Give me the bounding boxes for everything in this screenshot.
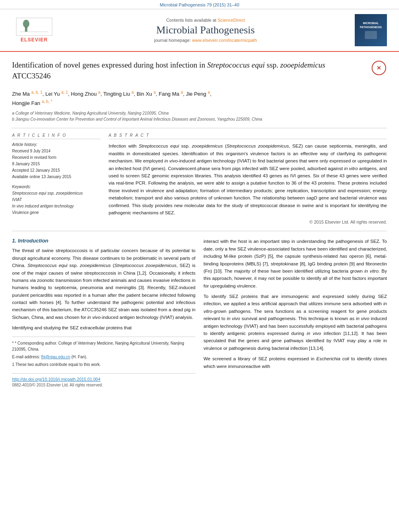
crossmark-badge[interactable]: ✕ <box>371 60 387 76</box>
issn-line: 0882-4010/© 2015 Elsevier Ltd. All right… <box>12 383 195 387</box>
journal-center: Contents lists available at ScienceDirec… <box>56 18 355 43</box>
keyword-4: Virulence gene <box>12 210 101 216</box>
history-title: Article history: <box>12 142 101 147</box>
microbial-pathogenesis-logo: MICROBIALPATHOGENESIS <box>355 14 387 46</box>
svg-rect-2 <box>25 27 27 32</box>
crossmark-icon: ✕ <box>372 61 386 75</box>
article-title-section: Identification of novel genes expressed … <box>12 60 387 84</box>
affiliation-b: b Jiangsu Co-innovation Center for Preve… <box>12 116 387 122</box>
section-divider <box>12 231 387 231</box>
affiliation-a: a College of Veterinary Medicine, Nanjin… <box>12 110 387 116</box>
footnotes-section: * * Corresponding author. College of Vet… <box>12 337 195 368</box>
elsevier-logo: ELSEVIER <box>12 18 56 43</box>
homepage-line: journal homepage: www.elsevier.com/locat… <box>64 38 347 43</box>
keywords-title: Keywords: <box>12 185 101 189</box>
contents-line: Contents lists available at ScienceDirec… <box>64 18 347 23</box>
keywords-section: Keywords: Streptococcus equi ssp. zooepi… <box>12 185 101 216</box>
article-history: Article history: Received 9 July 2014 Re… <box>12 142 101 180</box>
doi-link[interactable]: http://dx.doi.org/10.1016/j.micpath.2015… <box>12 377 195 382</box>
received-revised-label: Received in revised form <box>12 155 101 160</box>
journal-title: Microbial Pathogenesis <box>64 24 347 36</box>
sciencedirect-link[interactable]: ScienceDirect <box>218 18 245 23</box>
right-para-1: interact with the host is an important s… <box>204 238 387 290</box>
body-right-col: interact with the host is an important s… <box>204 238 387 387</box>
svg-rect-0 <box>18 19 50 35</box>
elsevier-brand-text: ELSEVIER <box>21 37 47 43</box>
footnote-equal-contrib: 1 These two authors contribute equal to … <box>12 362 195 368</box>
intro-para-1: The threat of swine streptococcosis is o… <box>12 247 195 321</box>
journal-citation-bar: Microbial Pathogenesis 79 (2015) 31–40 <box>0 0 399 9</box>
affiliations: a College of Veterinary Medicine, Nanjin… <box>12 110 387 122</box>
keyword-1: Streptococcus equi ssp. zooepidemicus <box>12 191 101 196</box>
journal-citation: Microbial Pathogenesis 79 (2015) 31–40 <box>160 2 239 7</box>
available-online-date: Available online 13 January 2015 <box>12 174 101 180</box>
keyword-2: IVIAT <box>12 197 101 203</box>
abstract-header: A B S T R A C T <box>109 133 387 139</box>
main-content: Identification of novel genes expressed … <box>0 52 399 395</box>
footnote-corresponding: * * Corresponding author. College of Vet… <box>12 340 195 352</box>
body-left-col: 1. Introduction The threat of swine stre… <box>12 238 195 387</box>
right-para-2: To identify SEZ proteins that are immuno… <box>204 293 387 352</box>
bottom-links: http://dx.doi.org/10.1016/j.micpath.2015… <box>12 373 195 387</box>
right-para-3: We screened a library of SEZ proteins ex… <box>204 355 387 370</box>
intro-section-title: 1. Introduction <box>12 238 195 244</box>
keyword-3: In vivo induced antigen technology <box>12 203 101 209</box>
copyright-line: © 2015 Elsevier Ltd. All rights reserved… <box>109 220 387 224</box>
revised-date: 8 January 2015 <box>12 161 101 167</box>
elsevier-logo-image <box>16 18 52 36</box>
article-info-col: A R T I C L E I N F O Article history: R… <box>12 133 101 224</box>
article-info-header: A R T I C L E I N F O <box>12 133 101 139</box>
received-date: Received 9 July 2014 <box>12 148 101 154</box>
email-link[interactable]: fhj@njau.edu.cn <box>41 355 70 359</box>
journal-header: ELSEVIER Contents lists available at Sci… <box>0 9 399 52</box>
abstract-text: Infection with Streptococcus equi ssp. z… <box>109 142 387 216</box>
homepage-link[interactable]: www.elsevier.com/locate/micpath <box>192 38 257 43</box>
intro-para-2: Identifying and studying the SEZ extrace… <box>12 324 195 331</box>
accepted-date: Accepted 12 January 2015 <box>12 168 101 173</box>
article-title: Identification of novel genes expressed … <box>12 60 371 81</box>
body-content: 1. Introduction The threat of swine stre… <box>12 238 387 387</box>
authors-line: Zhe Ma a, b, 1, Lei Yu a, 1, Hong Zhou a… <box>12 89 387 108</box>
svg-point-1 <box>23 20 29 28</box>
article-info-abstract: A R T I C L E I N F O Article history: R… <box>12 128 387 224</box>
abstract-col: A B S T R A C T Infection with Streptoco… <box>109 133 387 224</box>
footnote-email: E-mail address: fhj@njau.edu.cn (H. Fan)… <box>12 354 195 360</box>
